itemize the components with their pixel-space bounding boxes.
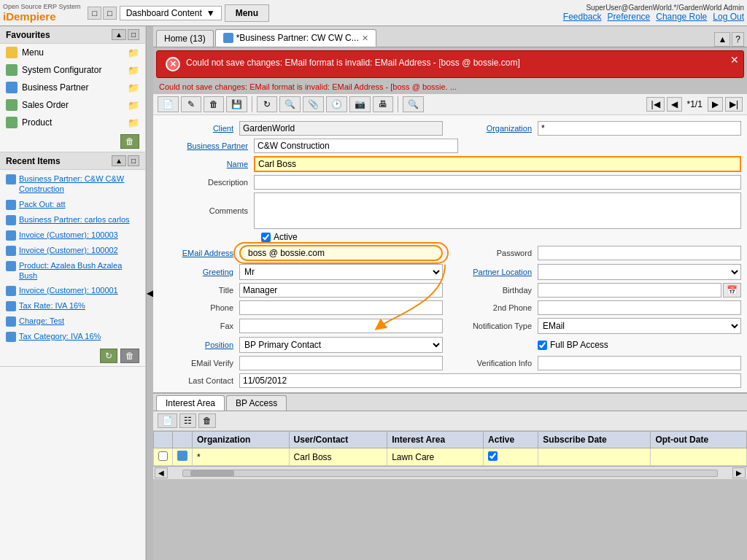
favourites-min-btn[interactable]: □ <box>128 29 139 40</box>
birthday-input[interactable] <box>538 283 721 298</box>
verify-info-input[interactable] <box>538 356 741 370</box>
zoom-btn[interactable]: 🔍 <box>403 96 424 112</box>
recent-item-3[interactable]: Invoice (Customer): 100003 <box>0 228 145 243</box>
table-new-btn[interactable]: 📄 <box>158 413 177 428</box>
preference-link[interactable]: Preference <box>608 12 651 22</box>
org-input[interactable] <box>538 121 741 136</box>
recent-item-6[interactable]: Invoice (Customer): 100001 <box>0 283 145 298</box>
nav-next-btn[interactable]: ▶ <box>708 97 723 112</box>
feedback-link[interactable]: Feedback <box>563 12 602 22</box>
bp-form-label[interactable]: Business Partner <box>159 141 254 150</box>
client-label[interactable]: Client <box>159 124 239 133</box>
second-phone-input[interactable] <box>538 300 741 315</box>
edit-btn[interactable]: ✎ <box>181 96 201 112</box>
save-btn[interactable]: 💾 <box>226 96 247 112</box>
calendar-btn[interactable]: 📅 <box>723 283 741 298</box>
history-btn[interactable]: 🕑 <box>326 96 347 112</box>
sidebar-item-menu[interactable]: Menu 📁 <box>0 44 145 61</box>
title-input[interactable] <box>239 283 443 298</box>
recent-up-btn[interactable]: ▲ <box>112 155 126 166</box>
recent-refresh-btn[interactable]: ↻ <box>100 349 117 363</box>
email-label[interactable]: EMail Address <box>159 249 239 257</box>
bottom-tab-bp-access[interactable]: BP Access <box>226 395 287 411</box>
row-edit-cell[interactable] <box>173 448 193 466</box>
back-btn[interactable]: □ <box>88 7 101 20</box>
recent-trash-btn[interactable]: 🗑 <box>120 349 139 363</box>
full-bp-access-checkbox[interactable] <box>538 341 547 350</box>
table-delete-btn[interactable]: 🗑 <box>198 413 216 428</box>
recent-item-5[interactable]: Product: Azalea Bush Azalea Bush <box>0 258 145 284</box>
client-input[interactable] <box>239 121 443 136</box>
tab-bp[interactable]: *Business Partner: CW CW C... ✕ <box>215 29 376 47</box>
error-banner: ✕ Could not save changes: EMail format i… <box>156 50 744 78</box>
scroll-right-btn[interactable]: ▶ <box>732 467 746 478</box>
scroll-track[interactable] <box>182 470 718 477</box>
find-btn[interactable]: 🔍 <box>279 96 301 112</box>
logout-link[interactable]: Log Out <box>713 12 744 22</box>
nav-last-btn[interactable]: ▶| <box>725 97 743 112</box>
tab-help[interactable]: ? <box>732 32 744 47</box>
org-label[interactable]: Organization <box>457 124 538 133</box>
email-input[interactable] <box>239 245 443 261</box>
sidebar-collapse[interactable]: ◀ <box>146 26 153 560</box>
notification-select[interactable]: EMail <box>538 318 741 334</box>
partner-location-label[interactable]: Partner Location <box>457 268 538 276</box>
sub-error: Could not save changes: EMail format is … <box>153 81 747 94</box>
last-contact-input[interactable] <box>239 373 741 388</box>
delete-btn[interactable]: 🗑 <box>204 96 224 112</box>
recent-item-2[interactable]: Business Partner: carlos carlos <box>0 212 145 228</box>
partner-location-select[interactable] <box>538 264 741 280</box>
password-input[interactable] <box>538 246 741 260</box>
comments-textarea[interactable] <box>254 192 741 229</box>
tab-scroll-up[interactable]: ▲ <box>714 32 730 47</box>
greeting-select[interactable]: Mr <box>239 264 443 280</box>
name-label[interactable]: Name <box>159 160 254 168</box>
greeting-label[interactable]: Greeting <box>159 268 239 276</box>
trash-btn[interactable]: 🗑 <box>120 134 139 149</box>
table-row[interactable]: * Carl Boss Lawn Care <box>154 448 747 466</box>
row-optout-date <box>651 448 747 466</box>
sidebar-item-bp[interactable]: Business Partner 📁 <box>0 79 145 96</box>
recent-item-9[interactable]: Tax Category: IVA 16% <box>0 329 145 344</box>
nav-first-btn[interactable]: |◀ <box>646 97 664 112</box>
recent-min-btn[interactable]: □ <box>128 155 139 166</box>
fax-input[interactable] <box>239 319 443 333</box>
dashboard-dropdown[interactable]: Dashboard Content ▼ <box>120 6 222 20</box>
attachment-btn[interactable]: 📎 <box>303 96 324 112</box>
menu-button[interactable]: Menu <box>225 4 269 22</box>
forward-btn[interactable]: □ <box>103 7 117 20</box>
name-input[interactable] <box>254 156 741 172</box>
sidebar-item-salesorder[interactable]: Sales Order 📁 <box>0 96 145 114</box>
recent-item-8[interactable]: Charge: Test <box>0 314 145 329</box>
bp-input[interactable] <box>254 139 458 153</box>
sidebar-item-sysconfigurator[interactable]: System Configurator 📁 <box>0 61 145 79</box>
recent-item-1[interactable]: Pack Out: att <box>0 197 145 212</box>
position-select[interactable]: BP Primary Contact <box>239 337 443 353</box>
desc-input[interactable] <box>254 175 741 190</box>
row-active-checkbox[interactable] <box>488 451 498 461</box>
refresh-btn[interactable]: ↻ <box>257 96 277 112</box>
tab-home[interactable]: Home (13) <box>156 30 214 47</box>
email-verify-input[interactable] <box>239 356 443 370</box>
row-checkbox[interactable] <box>158 451 168 461</box>
position-label[interactable]: Position <box>159 341 239 349</box>
row-checkbox-cell[interactable] <box>154 448 173 466</box>
bottom-tab-interest-area[interactable]: Interest Area <box>156 395 225 411</box>
export-btn[interactable]: 📷 <box>349 96 371 112</box>
active-checkbox[interactable] <box>261 233 271 242</box>
change-role-link[interactable]: Change Role <box>656 12 707 22</box>
nav-prev-btn[interactable]: ◀ <box>667 97 682 112</box>
print-btn[interactable]: 🖶 <box>373 96 393 112</box>
error-close-btn[interactable]: ✕ <box>166 57 180 71</box>
bp-tab-close[interactable]: ✕ <box>362 34 368 43</box>
error-dismiss-icon[interactable]: ✕ <box>730 54 739 66</box>
favourites-up-btn[interactable]: ▲ <box>112 29 126 40</box>
table-grid-btn[interactable]: ☷ <box>179 413 196 428</box>
recent-item-4[interactable]: Invoice (Customer): 100002 <box>0 243 145 258</box>
sidebar-item-product[interactable]: Product 📁 <box>0 114 145 131</box>
recent-item-0[interactable]: Business Partner: C&W C&W Construction <box>0 171 145 197</box>
recent-item-7[interactable]: Tax Rate: IVA 16% <box>0 298 145 314</box>
phone-input[interactable] <box>239 300 443 315</box>
scroll-left-btn[interactable]: ◀ <box>155 467 168 478</box>
new-record-btn[interactable]: 📄 <box>158 96 179 112</box>
